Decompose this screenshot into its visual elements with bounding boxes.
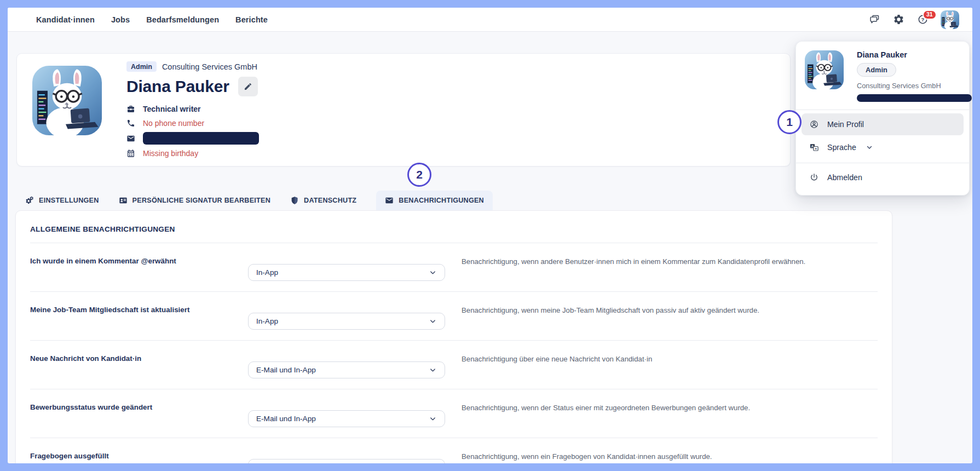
menu-role-badge: Admin <box>857 63 896 77</box>
menu-item-label: Sprache <box>827 143 856 152</box>
notification-channel-select[interactable]: In-App <box>248 264 445 281</box>
notification-label: Meine Job-Team Mitgliedschaft ist aktual… <box>30 305 232 330</box>
chevron-down-icon <box>429 317 437 325</box>
calendar-icon <box>126 149 135 158</box>
notification-row-bewerbungsstatus: Bewerbungsstatus wurde geändert E-Mail u… <box>30 389 878 438</box>
notifications-panel: ALLGEMEINE BENACHRICHTIGUNGEN Ich wurde … <box>15 210 892 463</box>
user-avatar[interactable] <box>941 10 959 29</box>
notification-channel-select[interactable]: In-App <box>248 313 445 330</box>
main-nav: Kandidat·innen Jobs Bedarfsmeldungen Ber… <box>36 15 268 24</box>
nav-item-berichte[interactable]: Berichte <box>235 15 268 24</box>
tab-label: DATENSCHUTZ <box>304 197 356 204</box>
pencil-icon <box>244 82 252 91</box>
select-value: In-App <box>256 268 278 277</box>
company-name: Consulting Services GmbH <box>162 62 257 71</box>
shield-icon <box>290 196 299 205</box>
chat-icon[interactable] <box>868 14 880 26</box>
detail-birthday: Missing birthday <box>126 148 777 159</box>
nav-item-kandidaten[interactable]: Kandidat·innen <box>36 15 95 24</box>
notification-label: Fragebogen ausgefüllt <box>30 451 232 463</box>
gears-icon <box>25 196 34 205</box>
tab-benachrichtigungen[interactable]: BENACHRICHTIGUNGEN <box>376 191 493 210</box>
profile-avatar <box>32 66 102 135</box>
notification-description: Benachrichtigung, wenn andere Benutzer·i… <box>462 256 878 281</box>
app-window: Kandidat·innen Jobs Bedarfsmeldungen Ber… <box>8 8 972 463</box>
tab-einstellungen[interactable]: EINSTELLUNGEN <box>25 191 99 210</box>
briefcase-icon <box>126 105 135 113</box>
position-text: Technical writer <box>143 105 201 113</box>
menu-company: Consulting Services GmbH <box>857 82 960 90</box>
notification-description: Benachrichtigung, wenn der Status einer … <box>462 402 878 427</box>
menu-divider <box>796 110 969 110</box>
nav-actions: ? 31 <box>868 10 959 29</box>
notification-channel-select[interactable]: E-Mail und In-App <box>248 410 445 427</box>
menu-divider <box>796 163 969 163</box>
profile-card: Admin Consulting Services GmbH Diana Pau… <box>16 53 791 166</box>
notification-channel-select[interactable]: E-Mail und In-App <box>248 459 445 463</box>
select-value: In-App <box>256 317 278 325</box>
profile-name: Diana Pauker <box>126 77 229 96</box>
detail-phone: No phone number <box>126 118 777 129</box>
notification-channel-select[interactable]: E-Mail und In-App <box>248 361 445 378</box>
section-title: ALLGEMEINE BENACHRICHTIGUNGEN <box>30 225 878 233</box>
notification-count-badge: 31 <box>923 10 937 20</box>
id-card-icon <box>119 196 128 205</box>
power-icon <box>809 173 819 182</box>
detail-email <box>126 132 777 145</box>
redacted-menu-email <box>857 94 972 102</box>
user-circle-icon <box>809 119 819 129</box>
envelope-icon <box>126 134 135 143</box>
birthday-missing-text: Missing birthday <box>143 149 198 158</box>
select-value: E-Mail und In-App <box>256 415 316 423</box>
notification-row-jobteam-mitgliedschaft: Meine Job-Team Mitgliedschaft ist aktual… <box>30 292 878 341</box>
chevron-down-icon <box>429 366 437 374</box>
edit-name-button[interactable] <box>238 77 258 96</box>
notification-description: Benachrichtigung über eine neue Nachrich… <box>462 353 878 378</box>
notification-row-neue-nachricht: Neue Nachricht von Kandidat·in E-Mail un… <box>30 341 878 389</box>
user-menu-header: Diana Pauker Admin Consulting Services G… <box>796 42 969 110</box>
notification-label: Neue Nachricht von Kandidat·in <box>30 353 232 378</box>
notification-label: Bewerbungsstatus wurde geändert <box>30 402 232 427</box>
tab-persoenliche-signatur[interactable]: PERSÖNLICHE SIGNATUR BEARBEITEN <box>119 191 270 210</box>
user-menu: Diana Pauker Admin Consulting Services G… <box>795 41 970 196</box>
tab-label: PERSÖNLICHE SIGNATUR BEARBEITEN <box>132 197 270 204</box>
tab-label: BENACHRICHTIGUNGEN <box>399 197 484 204</box>
chevron-down-icon <box>429 415 437 423</box>
notification-row-fragebogen: Fragebogen ausgefüllt E-Mail und In-App … <box>30 438 878 463</box>
notification-row-kommentar-erwaehnt: Ich wurde in einem Kommentar @erwähnt In… <box>30 243 878 292</box>
envelope-icon <box>385 196 394 205</box>
chevron-down-icon <box>866 143 873 151</box>
notification-description: Benachrichtigung, wenn ein Fragebogen vo… <box>462 451 878 463</box>
translate-icon: A a <box>809 142 819 152</box>
menu-item-abmelden[interactable]: Abmelden <box>802 166 964 188</box>
phone-icon <box>126 119 135 128</box>
menu-item-mein-profil[interactable]: Mein Profil <box>802 113 964 135</box>
chevron-down-icon <box>429 268 437 277</box>
phone-missing-text: No phone number <box>143 119 204 128</box>
nav-item-bedarfsmeldungen[interactable]: Bedarfsmeldungen <box>146 15 219 24</box>
notification-description: Benachrichtigung, wenn meine Job-Team Mi… <box>462 305 878 330</box>
annotation-2-marker: 2 <box>407 163 431 187</box>
profile-tabs: EINSTELLUNGEN PERSÖNLICHE SIGNATUR BEARB… <box>25 191 493 210</box>
redacted-email-value <box>143 132 259 145</box>
menu-user-name: Diana Pauker <box>857 50 960 59</box>
tab-label: EINSTELLUNGEN <box>39 197 99 204</box>
menu-item-label: Mein Profil <box>827 120 864 129</box>
gear-icon[interactable] <box>892 14 904 26</box>
nav-item-jobs[interactable]: Jobs <box>111 15 130 24</box>
menu-item-label: Abmelden <box>827 173 862 182</box>
annotation-1-marker: 1 <box>777 110 802 134</box>
select-value: E-Mail und In-App <box>256 366 316 374</box>
menu-avatar <box>805 50 844 89</box>
role-badge: Admin <box>126 61 157 72</box>
menu-item-sprache[interactable]: A a Sprache <box>802 136 964 158</box>
top-nav: Kandidat·innen Jobs Bedarfsmeldungen Ber… <box>8 8 972 32</box>
tab-datenschutz[interactable]: DATENSCHUTZ <box>290 191 356 210</box>
help-icon[interactable]: ? 31 <box>916 14 929 26</box>
notification-label: Ich wurde in einem Kommentar @erwähnt <box>30 256 232 281</box>
detail-position: Technical writer <box>126 104 777 114</box>
